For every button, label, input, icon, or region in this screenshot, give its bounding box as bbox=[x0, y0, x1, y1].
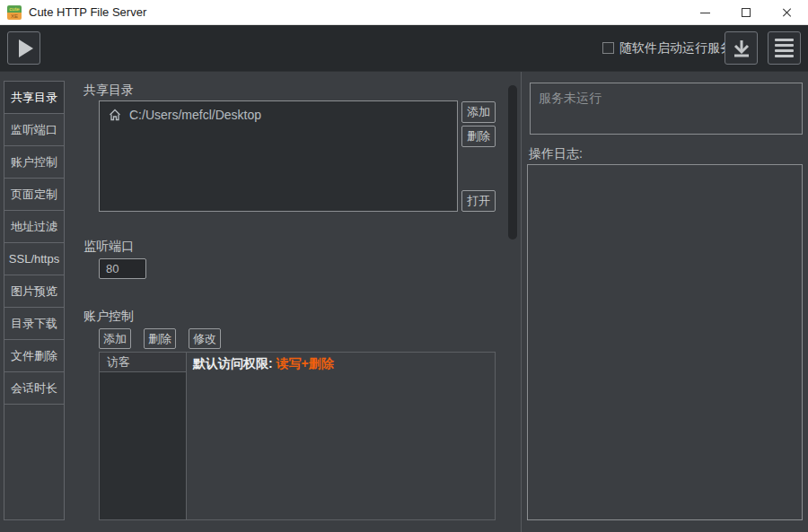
tab-address-filter[interactable]: 地址过滤 bbox=[4, 210, 65, 243]
cute-http-file-server-window: cute XE Cute HTTP File Server 随软件启动运行服务 … bbox=[0, 0, 808, 532]
tab-page-custom[interactable]: 页面定制 bbox=[4, 178, 65, 211]
default-permission-label: 默认访问权限: bbox=[193, 356, 277, 371]
download-button[interactable] bbox=[725, 31, 758, 65]
service-status-text: 服务未运行 bbox=[539, 91, 602, 105]
default-permission-text: 默认访问权限: 读写+删除 bbox=[193, 356, 334, 372]
delete-account-button[interactable]: 删除 bbox=[144, 328, 176, 349]
operation-log-box[interactable] bbox=[527, 164, 803, 520]
sidebar-filler bbox=[4, 404, 65, 520]
home-icon bbox=[108, 108, 122, 122]
tab-session-duration[interactable]: 会话时长 bbox=[4, 371, 65, 405]
main-panel-scrollbar-thumb[interactable] bbox=[508, 85, 517, 240]
shared-directory-list[interactable]: C:/Users/mefcl/Desktop bbox=[99, 100, 458, 212]
tab-account-control[interactable]: 账户控制 bbox=[4, 145, 65, 179]
titlebar: cute XE Cute HTTP File Server bbox=[0, 0, 808, 25]
maximize-icon bbox=[742, 8, 751, 17]
window-title: Cute HTTP File Server bbox=[29, 5, 146, 19]
hamburger-menu-icon bbox=[775, 39, 794, 57]
delete-directory-button[interactable]: 删除 bbox=[461, 126, 496, 147]
default-permission-value: 读写+删除 bbox=[277, 356, 334, 371]
main-menu-button[interactable] bbox=[768, 31, 801, 65]
service-status-box: 服务未运行 bbox=[530, 83, 803, 135]
tab-file-delete[interactable]: 文件删除 bbox=[4, 339, 65, 372]
tab-ssl-https[interactable]: SSL/https bbox=[4, 242, 65, 275]
window-controls bbox=[684, 0, 808, 25]
visitor-column-header[interactable]: 访客 bbox=[100, 353, 187, 372]
maximize-button[interactable] bbox=[725, 0, 767, 25]
autostart-checkbox-label[interactable]: 随软件启动运行服务 bbox=[619, 40, 733, 57]
operation-log-label: 操作日志: bbox=[529, 146, 583, 162]
minimize-icon bbox=[700, 13, 710, 13]
add-directory-button[interactable]: 添加 bbox=[461, 101, 496, 123]
listen-port-label: 监听端口 bbox=[83, 239, 134, 255]
visitor-column-body[interactable] bbox=[100, 372, 187, 519]
shared-directory-path: C:/Users/mefcl/Desktop bbox=[129, 108, 261, 122]
play-icon bbox=[19, 39, 33, 57]
modify-account-button[interactable]: 修改 bbox=[189, 328, 221, 349]
account-table[interactable]: 访客 默认访问权限: 读写+删除 bbox=[99, 352, 496, 520]
account-control-label: 账户控制 bbox=[83, 309, 134, 325]
close-icon bbox=[782, 7, 793, 18]
port-input[interactable] bbox=[99, 258, 146, 279]
panel-divider bbox=[521, 72, 522, 532]
close-button[interactable] bbox=[767, 0, 808, 25]
minimize-button[interactable] bbox=[684, 0, 725, 25]
list-item[interactable]: C:/Users/mefcl/Desktop bbox=[100, 101, 457, 128]
tab-directory-download[interactable]: 目录下载 bbox=[4, 307, 65, 340]
start-service-button[interactable] bbox=[7, 31, 40, 65]
app-icon: cute XE bbox=[7, 5, 22, 20]
toolbar: 随软件启动运行服务 bbox=[0, 25, 808, 72]
app-icon-bottom: XE bbox=[7, 13, 22, 20]
app-icon-top: cute bbox=[7, 5, 22, 13]
open-directory-button[interactable]: 打开 bbox=[461, 190, 496, 212]
tab-image-preview[interactable]: 图片预览 bbox=[4, 275, 65, 308]
shared-directory-label: 共享目录 bbox=[83, 83, 134, 99]
download-icon bbox=[731, 38, 752, 59]
autostart-checkbox[interactable] bbox=[602, 42, 614, 54]
tab-listen-port[interactable]: 监听端口 bbox=[4, 113, 65, 146]
add-account-button[interactable]: 添加 bbox=[99, 328, 131, 349]
tab-shared-directory[interactable]: 共享目录 bbox=[4, 81, 65, 114]
